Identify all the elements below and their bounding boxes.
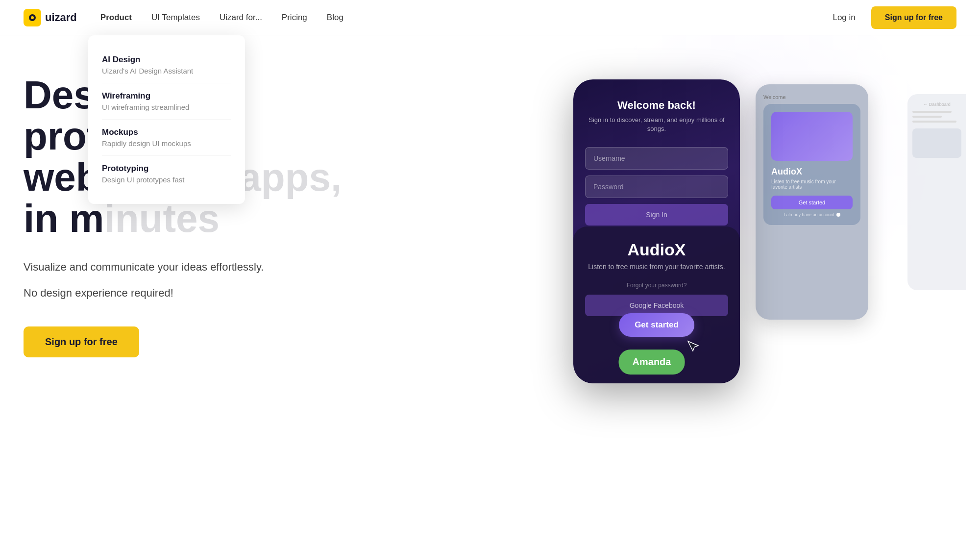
phone-subtitle-text: Sign in to discover, stream, and enjoy m… (585, 116, 728, 133)
phone-sec-audiox-desc: Listen to free music from your favorite … (771, 179, 853, 190)
phone-sec-get-started-button[interactable]: Get started (771, 196, 853, 209)
dropdown-item-wireframing[interactable]: Wireframing UI wireframing streamlined (102, 83, 231, 120)
phone-sec-card: AudioX Listen to free music from your fa… (763, 104, 860, 225)
phone-sec-inner: Welcome AudioX Listen to free music from… (756, 84, 868, 241)
cursor-pointer (686, 339, 700, 353)
hero-subtitle: Visualize and communicate your ideas eff… (24, 259, 357, 275)
audiox-desc: Listen to free music from your favorite … (585, 262, 728, 272)
nav-blog[interactable]: Blog (327, 11, 343, 25)
audiox-title: AudioX (585, 240, 728, 259)
svg-point-2 (31, 16, 34, 19)
dropdown-prototyping-title: Prototyping (102, 164, 231, 174)
nav-pricing[interactable]: Pricing (282, 11, 307, 25)
dropdown-item-prototyping[interactable]: Prototyping Design UI prototypes fast (102, 156, 231, 192)
logo[interactable]: uizard (24, 9, 77, 26)
amanda-bubble: Amanda (619, 350, 685, 375)
nav-uizard-for[interactable]: Uizard for... (220, 11, 262, 25)
right-side: Welcome back! Sign in to discover, strea… (357, 65, 956, 551)
phone-sec-dot (836, 213, 840, 217)
phone-main-inner: Welcome back! Sign in to discover, strea… (573, 79, 740, 237)
phone-password-input[interactable]: Password (585, 175, 728, 198)
dropdown-ai-design-subtitle: Uizard's AI Design Assistant (102, 67, 231, 75)
phone-forgot-text[interactable]: Forgot your password? (585, 282, 728, 289)
phone-far-bar-1 (912, 111, 952, 113)
phone-far-right: ← Dashboard (907, 94, 966, 290)
nav-product[interactable]: Product (100, 11, 132, 25)
login-button[interactable]: Log in (833, 13, 855, 23)
phone-main: Welcome back! Sign in to discover, strea… (573, 79, 740, 383)
logo-icon (24, 9, 41, 26)
dropdown-prototyping-subtitle: Design UI prototypes fast (102, 175, 231, 184)
phone-signin-button[interactable]: Sign In (585, 204, 728, 225)
navbar: uizard Product UI Templates Uizard for..… (0, 0, 980, 35)
hero-title-line3: in minutes (24, 198, 357, 239)
nav-signup-button[interactable]: Sign up for free (871, 6, 956, 29)
phone-sec-image (771, 112, 853, 161)
phone-far-bar-2 (912, 116, 942, 118)
dropdown-item-mockups[interactable]: Mockups Rapidly design UI mockups (102, 120, 231, 156)
dropdown-wireframing-title: Wireframing (102, 91, 231, 101)
phone-username-input[interactable]: Username (585, 147, 728, 170)
phone-sec-audiox-title: AudioX (771, 167, 853, 177)
nav-ui-templates[interactable]: UI Templates (151, 11, 200, 25)
hero-cta-button[interactable]: Sign up for free (24, 326, 139, 357)
phone-google-fb-button[interactable]: Google Facebook (585, 295, 728, 316)
phone-welcome-text: Welcome back! (585, 99, 728, 112)
phone-far-inner: ← Dashboard (907, 94, 966, 166)
dropdown-mockups-subtitle: Rapidly design UI mockups (102, 139, 231, 148)
cursor-icon (686, 339, 700, 353)
nav-right: Log in Sign up for free (833, 6, 956, 29)
phone-sec-welcome: Welcome (763, 94, 860, 100)
phone-far-card (912, 128, 961, 158)
dropdown-wireframing-subtitle: UI wireframing streamlined (102, 103, 231, 111)
logo-text: uizard (45, 11, 77, 24)
phone-secondary: Welcome AudioX Listen to free music from… (756, 84, 868, 320)
hero-subtitle2: No design experience required! (24, 285, 357, 301)
dropdown-mockups-title: Mockups (102, 127, 231, 137)
get-started-bubble[interactable]: Get started (619, 313, 694, 337)
phone-far-bar-3 (912, 121, 956, 123)
phone-far-dashboard-label: ← Dashboard (912, 102, 961, 107)
dropdown-item-ai-design[interactable]: AI Design Uizard's AI Design Assistant (102, 47, 231, 83)
product-dropdown: AI Design Uizard's AI Design Assistant W… (88, 35, 245, 204)
phone-sec-already-link[interactable]: I already have an account (771, 212, 853, 217)
dropdown-ai-design-title: AI Design (102, 55, 231, 65)
nav-links: Product UI Templates Uizard for... Prici… (100, 11, 833, 25)
